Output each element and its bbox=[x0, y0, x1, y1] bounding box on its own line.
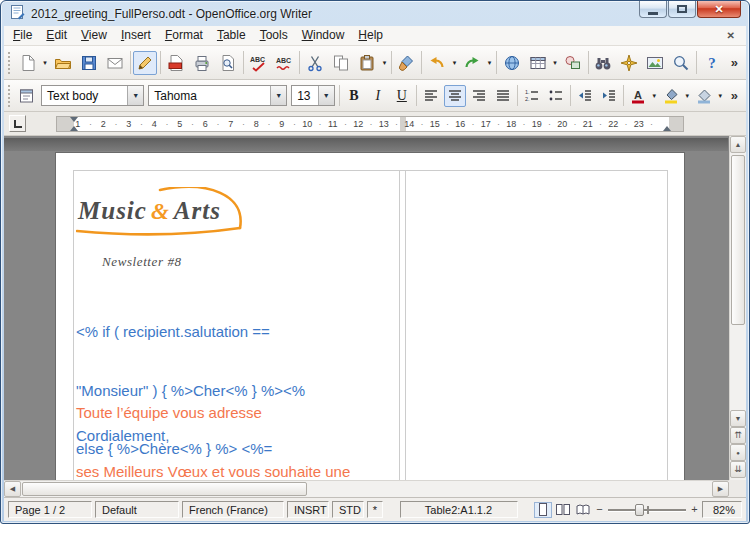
email-document-button[interactable] bbox=[103, 51, 127, 75]
redo-dropdown-icon[interactable]: ▾ bbox=[485, 51, 494, 75]
page[interactable]: Music&Arts Newsletter #8 <% if ( recipie… bbox=[56, 153, 684, 493]
next-page-icon[interactable]: ⇊ bbox=[730, 461, 746, 478]
highlighting-dropdown-icon[interactable]: ▾ bbox=[683, 84, 692, 108]
chevron-down-icon[interactable]: ▼ bbox=[318, 86, 334, 105]
numbering-button[interactable]: 1.2. bbox=[521, 85, 543, 107]
menu-item[interactable]: Insert bbox=[114, 26, 158, 45]
highlighting-button[interactable] bbox=[660, 85, 682, 107]
zoom-slider-track[interactable] bbox=[608, 503, 686, 517]
toolbar-grip[interactable] bbox=[8, 85, 11, 107]
scroll-down-icon[interactable]: ▼ bbox=[730, 410, 746, 427]
font-color-button[interactable]: A bbox=[627, 85, 649, 107]
draw-functions-button[interactable] bbox=[561, 51, 585, 75]
multi-page-view-icon[interactable] bbox=[554, 502, 572, 518]
bold-button[interactable]: B bbox=[343, 85, 365, 107]
spellcheck-button[interactable]: ABC bbox=[246, 51, 270, 75]
close-button[interactable]: ✕ bbox=[697, 1, 741, 18]
background-color-button[interactable] bbox=[693, 85, 715, 107]
help-button[interactable]: ? bbox=[700, 51, 724, 75]
vertical-scrollbar-thumb[interactable] bbox=[731, 155, 745, 325]
zoom-in-icon[interactable]: + bbox=[690, 504, 699, 515]
page-style-indicator[interactable]: Default bbox=[95, 501, 179, 518]
font-size-combobox[interactable]: 13 ▼ bbox=[291, 85, 335, 106]
italic-button[interactable]: I bbox=[367, 85, 389, 107]
align-center-button[interactable] bbox=[444, 85, 466, 107]
toolbar-grip[interactable] bbox=[8, 52, 11, 74]
toolbar-overflow-button[interactable]: » bbox=[725, 88, 744, 103]
zoom-slider[interactable]: − + bbox=[595, 503, 699, 517]
titlebar[interactable]: 2012_greeting_FullPerso.odt - OpenOffice… bbox=[1, 1, 749, 26]
menu-item[interactable]: File bbox=[6, 26, 39, 45]
book-view-icon[interactable] bbox=[574, 502, 592, 518]
background-color-dropdown-icon[interactable]: ▾ bbox=[716, 84, 725, 108]
menu-item[interactable]: Format bbox=[158, 26, 210, 45]
right-indent-marker[interactable] bbox=[663, 126, 671, 131]
horizontal-scrollbar[interactable]: ◀ ▶ bbox=[4, 480, 729, 497]
zoom-slider-thumb[interactable] bbox=[635, 504, 644, 516]
undo-dropdown-icon[interactable]: ▾ bbox=[450, 51, 459, 75]
paste-button[interactable] bbox=[355, 51, 379, 75]
menu-item[interactable]: Window bbox=[295, 26, 352, 45]
insert-table-button[interactable] bbox=[526, 51, 550, 75]
menu-item[interactable]: Edit bbox=[39, 26, 74, 45]
zoom-out-icon[interactable]: − bbox=[595, 504, 604, 515]
horizontal-ruler[interactable]: 1234567891011121314151617181920212223 bbox=[4, 112, 746, 136]
align-left-button[interactable] bbox=[420, 85, 442, 107]
insert-table-dropdown-icon[interactable]: ▾ bbox=[551, 51, 560, 75]
gallery-button[interactable] bbox=[643, 51, 667, 75]
language-indicator[interactable]: French (France) bbox=[182, 501, 284, 518]
horizontal-scrollbar-thumb[interactable] bbox=[22, 482, 307, 496]
menu-item[interactable]: View bbox=[74, 26, 114, 45]
page-indicator[interactable]: Page 1 / 2 bbox=[8, 501, 92, 518]
font-color-dropdown-icon[interactable]: ▾ bbox=[650, 84, 659, 108]
navigation-dot-icon[interactable]: ● bbox=[730, 444, 746, 461]
open-button[interactable] bbox=[51, 51, 75, 75]
undo-button[interactable] bbox=[425, 51, 449, 75]
maximize-button[interactable] bbox=[668, 1, 696, 18]
font-name-combobox[interactable]: Tahoma ▼ bbox=[148, 85, 287, 106]
tab-stop-selector[interactable] bbox=[9, 115, 26, 132]
navigator-button[interactable] bbox=[617, 51, 641, 75]
scroll-left-icon[interactable]: ◀ bbox=[4, 481, 21, 497]
zoom-button[interactable] bbox=[669, 51, 693, 75]
left-indent-marker[interactable] bbox=[70, 126, 78, 131]
justify-button[interactable] bbox=[492, 85, 514, 107]
find-replace-button[interactable] bbox=[591, 51, 615, 75]
menu-item[interactable]: Help bbox=[351, 26, 390, 45]
zoom-percent[interactable]: 82% bbox=[702, 501, 742, 518]
chevron-down-icon[interactable]: ▼ bbox=[270, 86, 286, 105]
toolbar-overflow-button[interactable]: » bbox=[725, 55, 744, 70]
increase-indent-button[interactable] bbox=[598, 85, 620, 107]
previous-page-icon[interactable]: ⇈ bbox=[730, 427, 746, 444]
styles-and-formatting-button[interactable] bbox=[16, 85, 38, 107]
save-button[interactable] bbox=[77, 51, 101, 75]
insert-mode-indicator[interactable]: INSRT bbox=[287, 501, 329, 518]
print-button[interactable] bbox=[190, 51, 214, 75]
new-document-button[interactable] bbox=[16, 51, 40, 75]
align-right-button[interactable] bbox=[468, 85, 490, 107]
decrease-indent-button[interactable] bbox=[574, 85, 596, 107]
underline-button[interactable]: U bbox=[391, 85, 413, 107]
auto-spellcheck-button[interactable]: ABC bbox=[272, 51, 296, 75]
minimize-button[interactable] bbox=[639, 1, 667, 18]
paste-dropdown-icon[interactable]: ▾ bbox=[380, 51, 389, 75]
bullets-button[interactable] bbox=[545, 85, 567, 107]
selection-mode-indicator[interactable]: STD bbox=[332, 501, 364, 518]
scroll-right-icon[interactable]: ▶ bbox=[712, 481, 729, 497]
edit-file-button[interactable] bbox=[133, 51, 157, 75]
cut-button[interactable] bbox=[303, 51, 327, 75]
hyperlink-button[interactable] bbox=[500, 51, 524, 75]
chevron-down-icon[interactable]: ▼ bbox=[127, 86, 143, 105]
copy-button[interactable] bbox=[329, 51, 353, 75]
menu-item[interactable]: Table bbox=[210, 26, 253, 45]
page-preview-button[interactable] bbox=[216, 51, 240, 75]
new-document-dropdown-icon[interactable]: ▾ bbox=[41, 51, 50, 75]
menu-item[interactable]: Tools bbox=[253, 26, 295, 45]
scroll-up-icon[interactable]: ▲ bbox=[730, 136, 746, 153]
export-pdf-button[interactable] bbox=[164, 51, 188, 75]
vertical-scrollbar[interactable]: ▲ ▼ ⇈ ● ⇊ bbox=[729, 136, 746, 480]
paragraph-style-combobox[interactable]: Text body ▼ bbox=[41, 85, 144, 106]
redo-button[interactable] bbox=[460, 51, 484, 75]
close-document-icon[interactable]: ✕ bbox=[718, 30, 744, 41]
single-page-view-icon[interactable] bbox=[534, 502, 552, 518]
